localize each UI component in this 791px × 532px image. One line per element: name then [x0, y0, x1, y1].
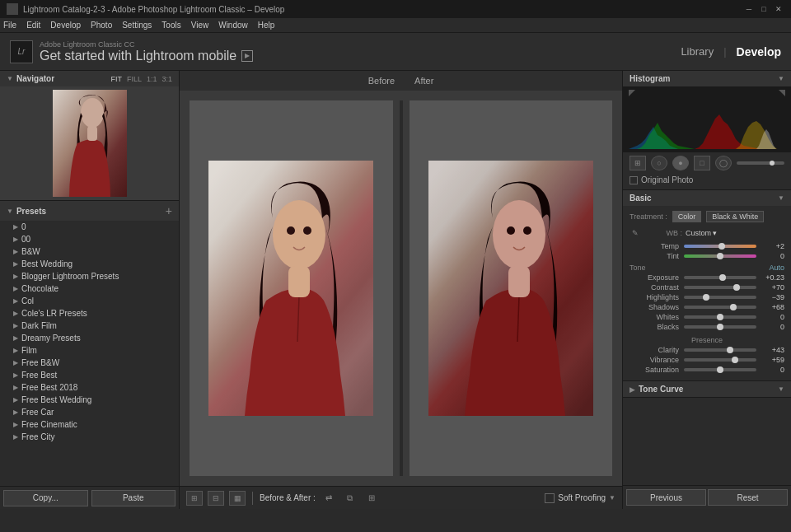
- previous-button[interactable]: Previous: [626, 489, 706, 506]
- tint-slider-track[interactable]: [684, 254, 756, 258]
- tone-curve-header[interactable]: ▶ Tone Curve ▼: [623, 381, 791, 397]
- menu-view[interactable]: View: [191, 21, 209, 30]
- preset-item[interactable]: ▶Dreamy Presets: [0, 332, 179, 344]
- highlights-slider-track[interactable]: [684, 296, 756, 299]
- close-button[interactable]: ✕: [773, 3, 784, 15]
- color-button[interactable]: Color: [672, 211, 702, 222]
- clarity-slider-thumb[interactable]: [727, 347, 733, 353]
- preset-item[interactable]: ▶00: [0, 233, 179, 245]
- tint-slider-thumb[interactable]: [717, 253, 723, 259]
- preset-arrow: ▶: [13, 273, 18, 280]
- nav-1-1[interactable]: 1:1: [147, 75, 157, 83]
- highlights-slider-thumb[interactable]: [703, 294, 709, 301]
- preset-item[interactable]: ▶Free Best: [0, 369, 179, 381]
- preset-arrow: ▶: [13, 310, 18, 317]
- lr-logo: Lr: [10, 40, 33, 63]
- hist-icon-square[interactable]: □: [694, 156, 710, 170]
- play-button[interactable]: ▶: [241, 50, 253, 62]
- preset-item[interactable]: ▶Best Wedding: [0, 258, 179, 270]
- preset-label: Col: [21, 296, 34, 306]
- after-label: After: [405, 74, 443, 87]
- vibrance-slider-track[interactable]: [684, 358, 756, 362]
- menu-edit[interactable]: Edit: [26, 21, 40, 30]
- preset-label: B&W: [21, 247, 40, 256]
- menu-develop[interactable]: Develop: [50, 21, 81, 30]
- auto-button[interactable]: Auto: [769, 264, 784, 272]
- menubar: File Edit Develop Photo Settings Tools V…: [0, 18, 791, 33]
- menu-help[interactable]: Help: [258, 21, 275, 30]
- soft-proofing-dropdown[interactable]: ▼: [609, 494, 615, 502]
- preset-item[interactable]: ▶Cole's LR Presets: [0, 307, 179, 320]
- soft-proofing-checkbox[interactable]: [545, 493, 555, 503]
- header-left: Lr Adobe Lightroom Classic CC Get starte…: [10, 40, 253, 63]
- saturation-slider-thumb[interactable]: [717, 366, 723, 373]
- bw-button[interactable]: Black & White: [706, 211, 764, 222]
- layout-options[interactable]: ⊞: [363, 491, 380, 506]
- shadows-slider-track[interactable]: [684, 306, 756, 309]
- minimize-button[interactable]: ─: [743, 3, 755, 15]
- presets-list[interactable]: ▶0▶00▶B&W▶Best Wedding▶Blogger Lightroom…: [0, 221, 179, 486]
- paste-button[interactable]: Paste: [91, 490, 176, 506]
- survey-view-button[interactable]: ▦: [229, 491, 246, 506]
- tone-curve-header-left: ▶ Tone Curve: [630, 385, 683, 394]
- blacks-slider-track[interactable]: [684, 325, 756, 329]
- preset-label: 0: [21, 222, 26, 231]
- compare-view-button[interactable]: ⊟: [208, 491, 224, 506]
- menu-photo[interactable]: Photo: [91, 21, 112, 30]
- preset-item[interactable]: ▶Chocolate: [0, 282, 179, 295]
- swap-before-after[interactable]: ⇄: [321, 491, 337, 506]
- preset-item[interactable]: ▶0: [0, 221, 179, 233]
- hist-icon-circle[interactable]: ○: [651, 156, 667, 170]
- saturation-slider-track[interactable]: [684, 368, 756, 371]
- hist-icon-circle2[interactable]: ◯: [715, 156, 732, 170]
- maximize-button[interactable]: □: [758, 3, 770, 15]
- exposure-slider-thumb[interactable]: [719, 274, 726, 281]
- preset-item[interactable]: ▶Free City: [0, 431, 179, 443]
- preset-item[interactable]: ▶Film: [0, 344, 179, 357]
- nav-3-1[interactable]: 3:1: [161, 75, 172, 83]
- preset-item[interactable]: ▶Col: [0, 295, 179, 307]
- window-controls[interactable]: ─ □ ✕: [743, 3, 784, 15]
- window-title: Lightroom Catalog-2-3 - Adobe Photoshop …: [23, 5, 284, 14]
- reset-button[interactable]: Reset: [708, 489, 788, 506]
- menu-settings[interactable]: Settings: [122, 21, 152, 30]
- eyedropper-icon[interactable]: ✎: [630, 227, 641, 239]
- preset-item[interactable]: ▶Free Best Wedding: [0, 394, 179, 406]
- preset-item[interactable]: ▶Dark Film: [0, 320, 179, 332]
- shadows-slider-thumb[interactable]: [730, 304, 737, 310]
- basic-panel-header[interactable]: Basic ▼: [623, 190, 791, 206]
- nav-fit[interactable]: FIT: [110, 75, 122, 83]
- library-link[interactable]: Library: [681, 45, 714, 58]
- menu-file[interactable]: File: [3, 21, 16, 30]
- copy-settings[interactable]: ⧉: [342, 491, 358, 506]
- original-photo-checkbox[interactable]: [630, 176, 638, 184]
- menu-window[interactable]: Window: [218, 21, 248, 30]
- blacks-slider-thumb[interactable]: [717, 324, 723, 330]
- preset-item[interactable]: ▶Free Best 2018: [0, 381, 179, 394]
- preset-item[interactable]: ▶Blogger Lightroom Presets: [0, 270, 179, 282]
- whites-slider-thumb[interactable]: [717, 314, 723, 320]
- contrast-slider-thumb[interactable]: [733, 284, 740, 291]
- histogram-header[interactable]: Histogram ▼: [623, 71, 791, 86]
- presets-add-button[interactable]: +: [166, 204, 172, 217]
- preset-item[interactable]: ▶Free Cinematic: [0, 418, 179, 431]
- vibrance-slider-thumb[interactable]: [732, 357, 738, 363]
- hist-icon-grid[interactable]: ⊞: [630, 156, 646, 170]
- preset-item[interactable]: ▶B&W: [0, 245, 179, 258]
- whites-slider-track[interactable]: [684, 315, 756, 319]
- nav-fill[interactable]: FILL: [127, 75, 142, 83]
- temp-slider-thumb[interactable]: [718, 243, 725, 250]
- compare-header: Before After: [180, 71, 622, 91]
- menu-tools[interactable]: Tools: [161, 21, 180, 30]
- preset-item[interactable]: ▶Free Car: [0, 406, 179, 418]
- temp-slider-track[interactable]: [684, 245, 756, 248]
- contrast-slider-track[interactable]: [684, 286, 756, 289]
- exposure-slider-track[interactable]: [684, 276, 756, 279]
- clarity-slider-track[interactable]: [684, 348, 756, 352]
- hist-icon-circle-filled[interactable]: ●: [672, 156, 689, 170]
- grid-view-button[interactable]: ⊞: [186, 491, 203, 506]
- develop-link[interactable]: Develop: [737, 45, 781, 58]
- copy-button[interactable]: Copy...: [3, 490, 88, 506]
- preset-item[interactable]: ▶Free B&W: [0, 357, 179, 369]
- wb-dropdown[interactable]: Custom ▾: [686, 229, 717, 237]
